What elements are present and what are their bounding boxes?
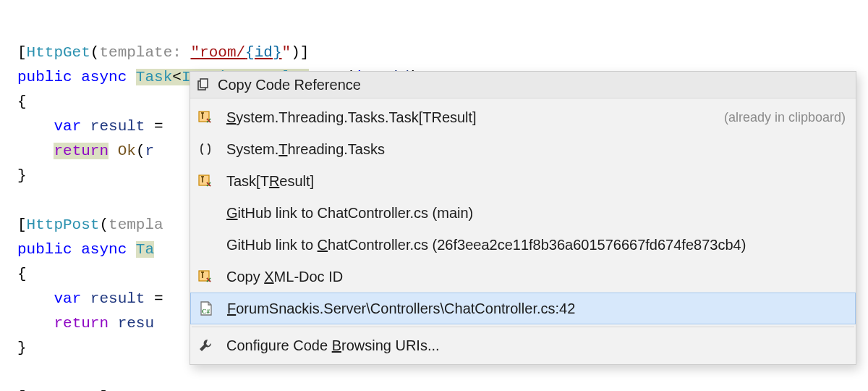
menu-item[interactable]: GitHub link to ChatController.cs (main) [190,197,856,229]
menu-item[interactable]: GitHub link to ChatController.cs (26f3ee… [190,229,856,261]
menu-item[interactable]: Copy XML-Doc ID [190,261,856,293]
menu-item-label: System.Threading.Tasks.Task[TResult] [226,109,724,126]
method-ok: Ok [118,143,136,159]
menu-item-label: Task[TResult] [226,172,846,190]
menu-item-label: ForumSnackis.Server\Controllers\ChatCont… [227,300,845,317]
param-hint: template: [99,44,181,61]
paren: ( [90,44,100,61]
brace: } [17,340,27,356]
kw-return: return [54,315,109,332]
menu-item-hint: (already in clipboard) [724,109,846,126]
eq: = [145,118,163,135]
task-icon [195,269,226,285]
menu-item[interactable]: Task[TResult] [190,165,856,197]
brace: } [17,167,27,184]
bracket: [ [17,216,27,233]
brace: { [17,93,27,110]
var-result: result [90,118,145,135]
wrench-icon [195,337,226,353]
menu-item[interactable]: Configure Code Browsing URIs... [190,329,856,361]
cs-icon: C# [195,300,227,316]
kw-async: async [81,241,127,258]
type-task: Ta [136,241,154,258]
menu-item-label: GitHub link to ChatController.cs (main) [226,204,846,222]
copy-icon [195,76,212,93]
menu-item[interactable]: System.Threading.Tasks [190,133,856,165]
context-menu-header: Copy Code Reference [190,72,856,98]
close-attr: )] [291,44,309,61]
param-hint: templa [109,216,163,233]
menu-item[interactable]: C#ForumSnackis.Server\Controllers\ChatCo… [190,293,856,324]
paren: ( [99,216,109,233]
task-icon [195,173,226,189]
kw-public: public [17,241,72,258]
type-task[interactable]: Task [136,69,172,85]
kw-var: var [54,290,81,307]
eq: = [145,290,163,307]
attr-httppost: HttpPost [27,216,100,233]
kw-return: return [54,143,109,159]
var-resu: resu [118,315,154,332]
context-menu-title: Copy Code Reference [218,76,361,93]
kw-var: var [54,118,81,135]
task-icon [195,109,226,125]
kw-public: public [17,69,72,85]
paren: ( [136,143,145,159]
string-quote-close: " [282,44,292,61]
svg-text:C#: C# [202,308,210,315]
string-quote: " [190,44,200,61]
context-menu-items: System.Threading.Tasks.Task[TResult](alr… [190,98,856,364]
menu-separator [192,327,854,327]
string-room: room/ [200,44,245,61]
bracket: [ [17,44,27,61]
string-route-param: {id} [245,44,281,61]
menu-item[interactable]: System.Threading.Tasks.Task[TResult](alr… [190,101,856,133]
context-menu: Copy Code Reference System.Threading.Tas… [190,71,856,365]
menu-item-label: GitHub link to ChatController.cs (26f3ee… [226,236,846,253]
attr-httpget: HttpGet [27,44,90,61]
kw-async: async [81,69,127,85]
brace: { [17,266,27,282]
menu-item-label: System.Threading.Tasks [226,140,846,158]
svg-rect-1 [200,79,208,88]
space [182,44,191,61]
menu-item-label: Configure Code Browsing URIs... [226,337,846,354]
menu-item-label: Copy XML-Doc ID [226,268,846,285]
ns-icon [195,141,226,157]
arg-r: r [145,143,154,159]
lt: < [172,69,182,85]
var-result: result [90,290,145,307]
